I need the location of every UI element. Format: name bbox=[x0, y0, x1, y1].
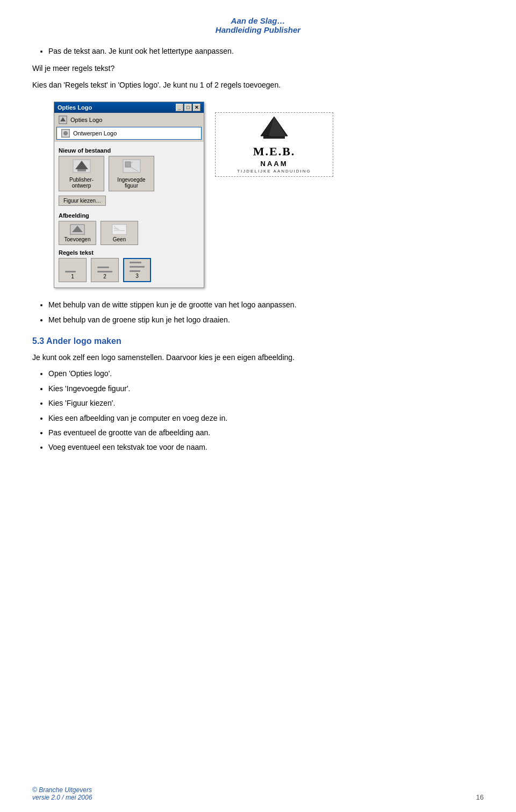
menu-item-opties-logo[interactable]: Opties Logo bbox=[54, 114, 204, 126]
restore-button[interactable]: □ bbox=[184, 104, 192, 111]
section-53-bullets: Open 'Opties logo'. Kies 'Ingevoegde fig… bbox=[48, 368, 484, 453]
geen-btn[interactable]: Geen bbox=[101, 221, 138, 245]
regels-1-btn[interactable]: 1 bbox=[59, 258, 87, 282]
section-53-heading: 5.3 Ander logo maken bbox=[32, 336, 484, 346]
footer-left: © Branche Uitgevers versie 2.0 / mei 200… bbox=[32, 786, 92, 801]
logo-title: M.E.B. bbox=[253, 145, 296, 159]
regels-3-btn[interactable]: 3 bbox=[123, 258, 151, 282]
svg-rect-19 bbox=[263, 136, 285, 139]
titlebar-buttons: _ □ ✕ bbox=[176, 104, 200, 111]
header-line2: Handleiding Publisher bbox=[32, 25, 484, 34]
geen-icon bbox=[112, 224, 127, 235]
regels-3-icon bbox=[130, 262, 145, 272]
dialog-menu: Opties Logo Ontwerpen Logo bbox=[54, 113, 204, 142]
toevoegen-label: Toevoegen bbox=[64, 236, 91, 242]
footer-version: versie 2.0 / mei 2006 bbox=[32, 794, 92, 801]
ingevoegde-figuur-icon bbox=[122, 159, 141, 175]
logo-naam: NAAM bbox=[261, 160, 288, 168]
afbeelding-options-row: Toevoegen Geen bbox=[59, 221, 199, 245]
menu-label-ontwerpen: Ontwerpen Logo bbox=[73, 130, 117, 136]
bullets-after-dialog: Met behulp van de witte stippen kun je d… bbox=[48, 299, 484, 326]
intro-bullet-1: Pas de tekst aan. Je kunt ook het letter… bbox=[48, 45, 484, 57]
bullet-afbeelding-computer: Kies een afbeelding van je computer en v… bbox=[48, 412, 484, 424]
dialog-titlebar: Opties Logo _ □ ✕ bbox=[54, 102, 204, 113]
header-line1: Aan de Slag… bbox=[32, 16, 484, 25]
regels-options-row: 1 2 bbox=[59, 258, 199, 282]
footer-page-number: 16 bbox=[476, 793, 484, 801]
logo-subtitle: TIJDELIJKE AANDUIDING bbox=[237, 169, 311, 174]
footer-copyright: © Branche Uitgevers bbox=[32, 786, 92, 794]
regels-2-icon bbox=[97, 267, 112, 272]
bullet-ingevoegde-figuur: Kies 'Ingevoegde figuur'. bbox=[48, 383, 484, 394]
opties-logo-dialog: Opties Logo _ □ ✕ Opties bbox=[54, 102, 204, 288]
opties-logo-icon bbox=[59, 116, 67, 124]
logo-preview: M.E.B. NAAM TIJDELIJKE AANDUIDING bbox=[215, 112, 333, 177]
close-button[interactable]: ✕ bbox=[193, 104, 200, 111]
regels-2-label: 2 bbox=[103, 274, 106, 279]
logo-mountain-icon bbox=[258, 116, 290, 141]
ontwerpen-logo-icon bbox=[61, 129, 70, 138]
intro-bullets: Pas de tekst aan. Je kunt ook het letter… bbox=[48, 45, 484, 57]
bullet-witte-stippen: Met behulp van de witte stippen kun je d… bbox=[48, 299, 484, 311]
svg-point-3 bbox=[63, 131, 68, 135]
section-label-nieuw: Nieuw of bestaand bbox=[59, 147, 199, 154]
page-footer: © Branche Uitgevers versie 2.0 / mei 200… bbox=[0, 786, 516, 801]
publisher-ontwerp-icon bbox=[72, 159, 91, 175]
minimize-button[interactable]: _ bbox=[176, 104, 183, 111]
intro-line-2: Wil je meer regels tekst? bbox=[32, 62, 484, 74]
bullet-open-opties: Open 'Opties logo'. bbox=[48, 368, 484, 379]
svg-rect-6 bbox=[77, 169, 86, 171]
toevoegen-icon bbox=[70, 224, 85, 235]
dialog-content: Nieuw of bestaand Publisher-ontwerp bbox=[54, 142, 204, 288]
bullet-grootte-aanpassen: Pas eventueel de grootte van de afbeeldi… bbox=[48, 427, 484, 439]
regels-1-label: 1 bbox=[71, 274, 74, 279]
menu-item-ontwerpen-logo[interactable]: Ontwerpen Logo bbox=[56, 127, 202, 140]
dialog-title: Opties Logo bbox=[58, 104, 92, 111]
regels-2-btn[interactable]: 2 bbox=[91, 258, 119, 282]
intro-line-3: Kies dan 'Regels tekst' in 'Opties logo'… bbox=[32, 79, 484, 91]
section-label-regels: Regels tekst bbox=[59, 249, 199, 256]
bullet-groene-stip: Met behulp van de groene stip kun je het… bbox=[48, 314, 484, 326]
menu-label-opties: Opties Logo bbox=[70, 117, 102, 123]
dialog-area: Opties Logo _ □ ✕ Opties bbox=[54, 102, 484, 288]
figuur-kiezen-button[interactable]: Figuur kiezen… bbox=[59, 196, 106, 206]
section-53-intro: Je kunt ook zelf een logo samenstellen. … bbox=[32, 351, 484, 363]
ingevoegde-figuur-btn[interactable]: Ingevoegde figuur bbox=[109, 156, 154, 191]
publisher-ontwerp-btn[interactable]: Publisher-ontwerp bbox=[59, 156, 104, 191]
section-label-afbeelding: Afbeelding bbox=[59, 212, 199, 219]
regels-1-icon bbox=[65, 271, 80, 272]
bullet-figuur-kiezen: Kies 'Figuur kiezen'. bbox=[48, 397, 484, 409]
bullet-tekstvak-naam: Voeg eventueel een tekstvak toe voor de … bbox=[48, 441, 484, 453]
regels-3-label: 3 bbox=[135, 273, 139, 279]
toevoegen-btn[interactable]: Toevoegen bbox=[59, 221, 96, 245]
geen-label: Geen bbox=[113, 236, 126, 242]
page-header: Aan de Slag… Handleiding Publisher bbox=[32, 16, 484, 34]
nieuw-options-row: Publisher-ontwerp Ingevoegde fi bbox=[59, 156, 199, 191]
ingevoegde-figuur-label: Ingevoegde figuur bbox=[113, 177, 149, 189]
publisher-ontwerp-label: Publisher-ontwerp bbox=[63, 177, 99, 189]
